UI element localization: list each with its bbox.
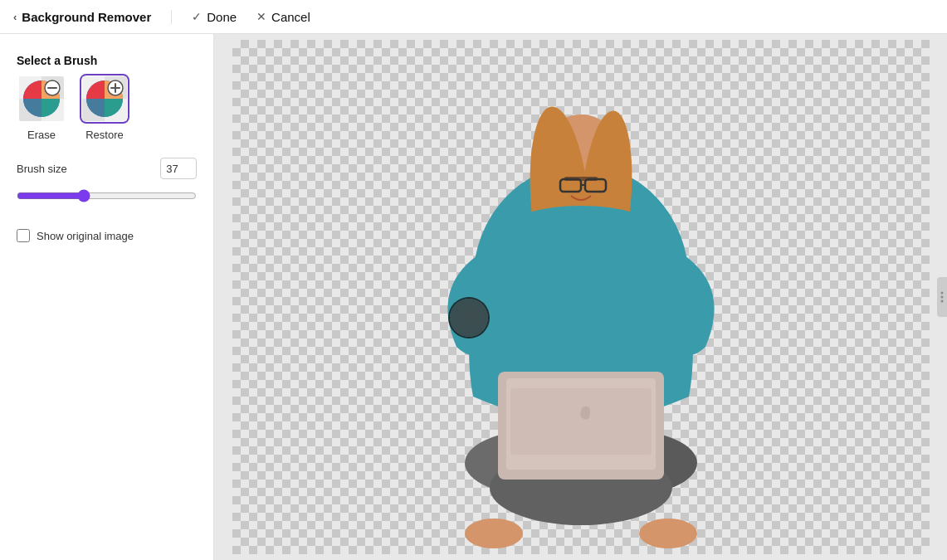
erase-brush-icon [19,76,64,121]
x-icon: ✕ [256,10,266,23]
sidebar: Select a Brush [0,34,214,560]
brush-size-label: Brush size [17,163,67,175]
show-original-checkbox[interactable] [17,229,30,242]
brush-size-input[interactable] [160,158,197,179]
right-panel-handle[interactable] [937,277,947,317]
chevron-left-icon: ‹ [13,11,17,23]
cancel-label: Cancel [271,10,310,24]
erase-brush-thumb[interactable] [17,74,66,124]
handle-icon [940,289,945,305]
brush-options: Erase [17,74,197,141]
svg-point-25 [465,519,523,548]
svg-rect-29 [510,388,652,455]
show-original-row: Show original image [17,229,197,242]
back-button[interactable]: ‹ Background Remover [13,10,172,24]
erase-brush-option[interactable]: Erase [17,74,66,141]
header: ‹ Background Remover ✓ Done ✕ Cancel [0,0,947,34]
check-icon: ✓ [192,10,202,23]
canvas-area[interactable] [214,34,947,560]
cancel-button[interactable]: ✕ Cancel [256,10,310,24]
show-original-label[interactable]: Show original image [37,230,134,242]
restore-brush-thumb[interactable] [80,74,129,124]
erase-brush-label: Erase [27,129,56,141]
brush-size-section: Brush size [17,158,197,212]
restore-brush-label: Restore [85,129,124,141]
brush-section-title: Select a Brush [17,54,197,67]
restore-brush-option[interactable]: Restore [80,74,129,141]
slider-container [17,183,197,212]
svg-point-32 [941,300,944,303]
done-button[interactable]: ✓ Done [192,10,237,24]
person-silhouette [232,40,930,554]
brush-size-slider[interactable] [17,189,197,202]
header-actions: ✓ Done ✕ Cancel [192,10,310,24]
restore-brush-icon [82,76,127,121]
svg-point-26 [639,519,697,548]
svg-point-30 [941,292,944,295]
done-label: Done [207,10,237,24]
brush-section: Select a Brush [17,54,197,141]
header-title: Background Remover [22,10,151,24]
svg-point-31 [941,296,944,299]
image-container [232,40,930,554]
main-layout: Select a Brush [0,34,947,560]
brush-size-row: Brush size [17,158,197,179]
